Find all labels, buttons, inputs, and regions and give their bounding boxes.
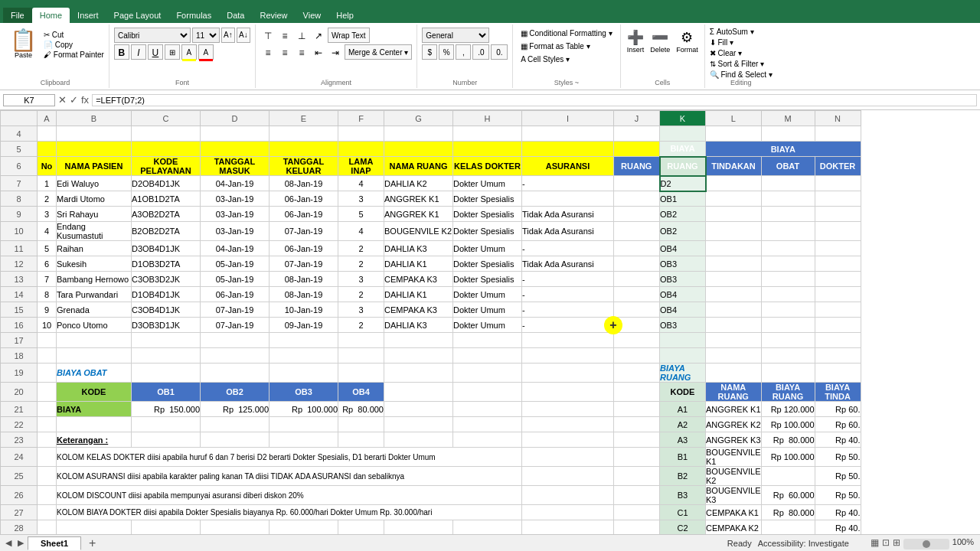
zoom-level: 100%	[952, 537, 974, 549]
prev-sheets-icon[interactable]: ◀	[3, 538, 14, 548]
lama-inap-header: LAMA INAP	[338, 157, 384, 176]
cells-label: Cells	[626, 79, 700, 88]
decrease-decimal-button[interactable]: .0	[472, 44, 489, 60]
fill-color-button[interactable]: A	[181, 44, 197, 60]
biaya-ruang-col-header: RUANG	[614, 157, 660, 176]
align-middle-button[interactable]: ≡	[277, 28, 292, 43]
ribbon-tab-help[interactable]: Help	[328, 8, 361, 23]
table-row: 9 3 Sri Rahayu A3OB2D2TA 03-Jan-19 06-Ja…	[1, 207, 861, 222]
align-center-button[interactable]: ≡	[277, 44, 292, 60]
col-header-g[interactable]: G	[384, 111, 453, 126]
col-header-i[interactable]: I	[522, 111, 614, 126]
nama-pasien-header: NAMA PASIEN	[57, 157, 132, 176]
biaya-obat-header: OBAT	[761, 157, 815, 176]
copy-button[interactable]: 📄 Copy	[44, 41, 104, 49]
cell-styles-button[interactable]: A Cell Styles ▾	[518, 54, 615, 65]
underline-button[interactable]: U	[148, 44, 163, 60]
insert-button[interactable]: ➕ Insert	[626, 28, 646, 79]
format-button[interactable]: ⚙ Format	[675, 28, 700, 79]
comma-button[interactable]: ,	[456, 44, 471, 60]
font-name-select[interactable]: Calibri	[114, 28, 191, 43]
delete-button[interactable]: ➖ Delete	[648, 28, 671, 79]
ribbon-tab-formulas[interactable]: Formulas	[168, 8, 219, 23]
normal-view-button[interactable]: ▦	[871, 537, 879, 549]
col-header-a[interactable]: A	[38, 111, 57, 126]
formula-input[interactable]	[92, 94, 977, 106]
ribbon-tab-review[interactable]: Review	[252, 8, 295, 23]
sort-filter-button[interactable]: ⇅ Sort & Filter ▾	[710, 60, 773, 68]
confirm-formula-icon[interactable]: ✓	[70, 94, 78, 106]
col-header-c[interactable]: C	[132, 111, 201, 126]
font-color-button[interactable]: A	[198, 44, 214, 60]
decrease-indent-button[interactable]: ⇤	[311, 44, 326, 60]
increase-font-button[interactable]: A↑	[221, 28, 235, 43]
nama-ruang-header: NAMA RUANG	[384, 157, 453, 176]
ribbon-tab-insert[interactable]: Insert	[70, 8, 106, 23]
wrap-text-button[interactable]: Wrap Text	[328, 28, 370, 43]
ribbon-tab-view[interactable]: View	[296, 8, 329, 23]
page-layout-view-button[interactable]: ⊡	[882, 537, 890, 549]
cut-button[interactable]: ✂ Cut	[44, 31, 104, 39]
table-row: 27 KOLOM BIAYA DOKTER diisi apabila Dokt…	[1, 505, 861, 520]
italic-button[interactable]: I	[131, 44, 146, 60]
col-header-k[interactable]: K	[660, 111, 706, 126]
next-sheets-icon[interactable]: ▶	[15, 538, 26, 548]
col-header-m[interactable]: M	[761, 111, 815, 126]
bold-button[interactable]: B	[114, 44, 129, 60]
col-header-l[interactable]: L	[706, 111, 762, 126]
biaya-tindakan-header: TINDAKAN	[706, 157, 762, 176]
align-left-button[interactable]: ≡	[260, 44, 276, 60]
decrease-font-button[interactable]: A↓	[237, 28, 250, 43]
status-ready: Ready	[727, 539, 752, 548]
merge-center-button[interactable]: Merge & Center ▾	[345, 44, 412, 60]
font-size-select[interactable]: 11	[192, 28, 220, 43]
align-top-button[interactable]: ⊤	[260, 28, 276, 43]
find-select-button[interactable]: 🔍 Find & Select ▾	[710, 70, 773, 79]
col-header-f[interactable]: F	[338, 111, 384, 126]
tanggal-masuk-header: TANGGAL MASUK	[201, 157, 270, 176]
ribbon-tab-file[interactable]: File	[3, 8, 32, 23]
col-header-e[interactable]: E	[270, 111, 338, 126]
status-accessibility: Accessibility: Investigate	[758, 539, 849, 548]
table-row: 8 2 Mardi Utomo A1OB1D2TA 03-Jan-19 06-J…	[1, 191, 861, 207]
font-group: Calibri 11 A↑ A↓ B I U ⊞ A A Font	[109, 24, 256, 88]
col-header-b[interactable]: B	[57, 111, 132, 126]
format-as-table-button[interactable]: ▦ Format as Table ▾	[518, 41, 615, 52]
number-format-select[interactable]: General	[422, 28, 489, 43]
sheet-tab-sheet1[interactable]: Sheet1	[28, 536, 81, 550]
no-header: No	[38, 157, 57, 176]
cancel-formula-icon[interactable]: ✕	[58, 94, 67, 106]
currency-button[interactable]: $	[422, 44, 437, 60]
percent-button[interactable]: %	[439, 44, 454, 60]
autosum-button[interactable]: Σ AutoSum ▾	[710, 28, 773, 36]
paste-button[interactable]: 📋 Paste	[6, 28, 41, 61]
alignment-group: ⊤ ≡ ⊥ ↗ Wrap Text ≡ ≡ ≡ ⇤ ⇥ Merge & Cent…	[256, 24, 417, 88]
page-break-view-button[interactable]: ⊞	[893, 537, 900, 549]
fill-button[interactable]: ⬇ Fill ▾	[710, 38, 773, 47]
ribbon-tab-home[interactable]: Home	[32, 8, 70, 23]
name-box[interactable]	[3, 94, 55, 106]
col-header-d[interactable]: D	[201, 111, 270, 126]
cells-group: ➕ Insert ➖ Delete ⚙ Format Cells	[621, 24, 705, 88]
col-header-n[interactable]: N	[815, 111, 861, 126]
conditional-formatting-button[interactable]: ▦ Conditional Formatting ▾	[518, 28, 615, 39]
format-painter-button[interactable]: 🖌 Format Painter	[44, 51, 104, 59]
ribbon-tab-data[interactable]: Data	[219, 8, 252, 23]
table-row: 16 10 Ponco Utomo D3OB3D1JK 07-Jan-19 09…	[1, 318, 861, 333]
border-button[interactable]: ⊞	[165, 44, 180, 60]
ribbon-tab-page-layout[interactable]: Page Layout	[106, 8, 169, 23]
number-group: General $ % , .0 0. Number	[417, 24, 513, 88]
orientation-button[interactable]: ↗	[311, 28, 326, 43]
increase-decimal-button[interactable]: 0.	[491, 44, 508, 60]
increase-indent-button[interactable]: ⇥	[328, 44, 343, 60]
align-right-button[interactable]: ≡	[294, 44, 309, 60]
biaya-ruang-active-header[interactable]: RUANG	[660, 157, 706, 176]
table-row: 26 KOLOM DISCOUNT diisi apabila mempunya…	[1, 486, 861, 505]
align-bottom-button[interactable]: ⊥	[294, 28, 309, 43]
col-header-h[interactable]: H	[453, 111, 522, 126]
insert-function-icon[interactable]: fx	[81, 94, 89, 106]
col-header-j[interactable]: J	[614, 111, 660, 126]
clear-button[interactable]: ✖ Clear ▾	[710, 49, 773, 57]
add-sheet-button[interactable]: +	[83, 536, 102, 550]
table-row: 13 7 Bambang Hernowo C3OB3D2JK 05-Jan-19…	[1, 272, 861, 287]
